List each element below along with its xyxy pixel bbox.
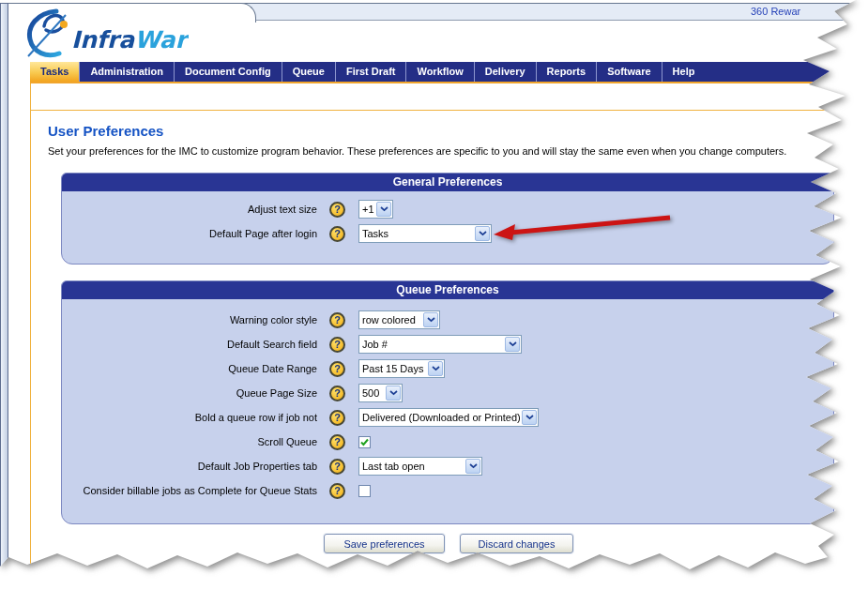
select-value: Delivered (Downloaded or Printed) bbox=[359, 412, 521, 423]
red-callout-arrow bbox=[490, 208, 678, 246]
help-icon[interactable]: ? bbox=[329, 202, 345, 218]
rewards-link[interactable]: 360 Rewar bbox=[751, 6, 800, 17]
infraware-logo: InfraWare bbox=[24, 8, 189, 63]
select-value: Job # bbox=[359, 339, 504, 350]
chevron-down-icon[interactable] bbox=[475, 226, 490, 241]
pref-label: Default Search field bbox=[62, 339, 317, 350]
tab-first-draft[interactable]: First Draft bbox=[335, 62, 406, 82]
select-value: Tasks bbox=[359, 228, 474, 239]
tab-queue[interactable]: Queue bbox=[282, 62, 335, 82]
help-icon[interactable]: ? bbox=[329, 434, 345, 450]
tab-workflow[interactable]: Workflow bbox=[405, 62, 473, 82]
window-left-frame bbox=[0, 3, 8, 584]
logo-orange-dot bbox=[60, 21, 68, 28]
pref-row: Consider billable jobs as Complete for Q… bbox=[62, 478, 833, 503]
pref-row: Default Search field?Job # bbox=[62, 332, 833, 356]
chevron-down-icon[interactable] bbox=[423, 312, 438, 327]
page-title: User Preferences bbox=[48, 123, 163, 139]
select-value: row colored bbox=[359, 314, 422, 325]
general-rows: Adjust text size?+1Default Page after lo… bbox=[62, 191, 833, 246]
default-page-after-login-select[interactable]: Tasks bbox=[358, 224, 492, 243]
pref-row: Adjust text size?+1 bbox=[62, 197, 833, 221]
chevron-down-icon[interactable] bbox=[522, 410, 537, 425]
tab-tasks[interactable]: Tasks bbox=[30, 62, 79, 82]
infraware-logo-graphic: InfraWare bbox=[24, 8, 189, 59]
tab-bar-underline bbox=[30, 82, 868, 83]
pref-label: Consider billable jobs as Complete for Q… bbox=[62, 485, 317, 496]
tab-document-config[interactable]: Document Config bbox=[174, 62, 282, 82]
pref-label: Scroll Queue bbox=[62, 436, 317, 447]
chevron-down-icon[interactable] bbox=[376, 202, 391, 217]
general-preferences-panel: General Preferences Adjust text size?+1D… bbox=[61, 173, 834, 265]
queue-preferences-panel: Queue Preferences Warning color style?ro… bbox=[61, 280, 834, 524]
help-icon[interactable]: ? bbox=[329, 312, 345, 328]
help-icon[interactable]: ? bbox=[329, 483, 345, 499]
queue-rows: Warning color style?row coloredDefault S… bbox=[62, 299, 833, 503]
tab-reports[interactable]: Reports bbox=[536, 62, 597, 82]
pref-row: Warning color style?row colored bbox=[62, 308, 833, 332]
help-icon[interactable]: ? bbox=[329, 226, 345, 242]
check-icon bbox=[359, 437, 370, 447]
screenshot-stage: 360 Rewar InfraWare TasksAdministrationD… bbox=[0, 0, 868, 590]
logo-text: InfraWare bbox=[71, 26, 189, 53]
adjust-text-size-select[interactable]: +1 bbox=[358, 200, 393, 219]
tab-software[interactable]: Software bbox=[596, 62, 661, 82]
pref-row: Default Page after login?Tasks bbox=[62, 221, 833, 246]
arrow-shaft bbox=[510, 218, 670, 233]
select-value: Past 15 Days bbox=[359, 363, 427, 374]
help-icon[interactable]: ? bbox=[329, 337, 345, 353]
pref-label: Default Page after login bbox=[62, 228, 317, 239]
general-preferences-header: General Preferences bbox=[62, 174, 833, 191]
arrow-head bbox=[494, 224, 515, 240]
select-value: Last tab open bbox=[359, 461, 464, 472]
chevron-down-icon[interactable] bbox=[465, 459, 480, 474]
chevron-down-icon[interactable] bbox=[428, 361, 443, 376]
chevron-down-icon[interactable] bbox=[386, 386, 401, 401]
pref-row: Queue Page Size?500 bbox=[62, 381, 833, 405]
pref-label: Warning color style bbox=[62, 314, 317, 325]
tab-help[interactable]: Help bbox=[662, 62, 706, 82]
select-value: +1 bbox=[359, 204, 375, 215]
queue-date-range-select[interactable]: Past 15 Days bbox=[358, 359, 445, 378]
discard-changes-button[interactable]: Discard changes bbox=[460, 534, 573, 553]
consider-billable-jobs-as-complete-for-queue-stats-checkbox[interactable] bbox=[358, 485, 371, 497]
select-value: 500 bbox=[359, 387, 385, 399]
pref-row: Default Job Properties tab?Last tab open bbox=[62, 454, 833, 478]
tab-delivery[interactable]: Delivery bbox=[474, 62, 536, 82]
default-job-properties-tab-select[interactable]: Last tab open bbox=[358, 457, 482, 476]
pref-row: Scroll Queue? bbox=[62, 430, 833, 454]
pref-label: Default Job Properties tab bbox=[62, 461, 317, 472]
pref-label: Adjust text size bbox=[62, 204, 317, 215]
default-search-field-select[interactable]: Job # bbox=[358, 335, 522, 354]
content-area: User Preferences Set your preferences fo… bbox=[30, 83, 868, 590]
pref-row: Queue Date Range?Past 15 Days bbox=[62, 356, 833, 381]
queue-page-size-select[interactable]: 500 bbox=[358, 384, 403, 402]
help-icon[interactable]: ? bbox=[329, 386, 345, 401]
pref-row: Bold a queue row if job not?Delivered (D… bbox=[62, 405, 833, 430]
pref-label: Queue Page Size bbox=[62, 387, 317, 399]
help-icon[interactable]: ? bbox=[329, 459, 345, 475]
bold-a-queue-row-if-job-not-select[interactable]: Delivered (Downloaded or Printed) bbox=[358, 408, 539, 427]
pref-label: Queue Date Range bbox=[62, 363, 317, 374]
queue-preferences-header: Queue Preferences bbox=[62, 281, 833, 299]
application-window: 360 Rewar InfraWare TasksAdministrationD… bbox=[0, 0, 868, 590]
scroll-queue-checkbox[interactable] bbox=[358, 436, 371, 448]
pref-label: Bold a queue row if job not bbox=[62, 412, 317, 423]
tab-administration[interactable]: Administration bbox=[79, 62, 174, 82]
tab-bar: TasksAdministrationDocument ConfigQueueF… bbox=[30, 62, 868, 82]
save-preferences-button[interactable]: Save preferences bbox=[324, 534, 445, 553]
content-top-rule bbox=[31, 110, 868, 111]
chevron-down-icon[interactable] bbox=[505, 337, 520, 352]
page-description: Set your preferences for the IMC to cust… bbox=[48, 145, 786, 157]
help-icon[interactable]: ? bbox=[329, 361, 345, 377]
help-icon[interactable]: ? bbox=[329, 410, 345, 426]
warning-color-style-select[interactable]: row colored bbox=[358, 310, 440, 329]
torn-page-shadow: 360 Rewar InfraWare TasksAdministrationD… bbox=[0, 0, 868, 590]
